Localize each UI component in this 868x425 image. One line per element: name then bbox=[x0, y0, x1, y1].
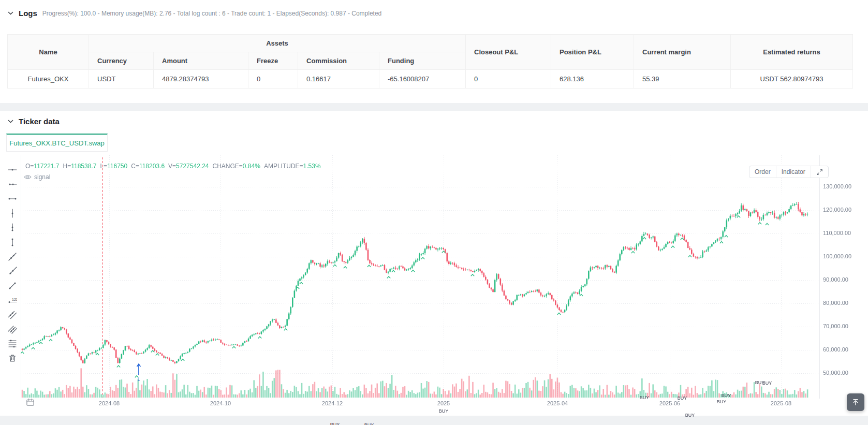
ticker-data-section: Ticker data Futures_OKX.BTC_USDT.swap 12… bbox=[0, 111, 868, 416]
fullscreen-expand-icon bbox=[816, 169, 823, 175]
ohlc-legend-item: C=118203.6 bbox=[131, 163, 165, 170]
signal-overlay-label: signal bbox=[34, 173, 50, 181]
price-axis-label: 100,000.00 bbox=[823, 253, 851, 259]
time-axis-label: 2025-04 bbox=[547, 400, 568, 406]
assets-table: Name Assets Closeout P&L Position P&L Cu… bbox=[7, 34, 853, 89]
ohlc-legend-item: O=117221.7 bbox=[25, 163, 60, 170]
order-button[interactable]: Order bbox=[749, 166, 776, 178]
price-axis-divider bbox=[819, 155, 820, 399]
price-axis-label: 130,000.00 bbox=[823, 183, 851, 189]
price-axis-label: 80,000.00 bbox=[823, 300, 848, 306]
time-axis-label: 2024-08 bbox=[99, 400, 120, 406]
buy-marker-label: BUY bbox=[330, 422, 340, 425]
ohlc-legend-item: H=118538.7 bbox=[63, 163, 97, 170]
ohlc-legend-item: AMPLITUDE=1.53% bbox=[264, 163, 321, 170]
time-axis-label: 2024-10 bbox=[210, 400, 231, 406]
ohlc-legend: O=117221.7H=118538.7L=116750C=118203.6V=… bbox=[25, 163, 321, 170]
candlestick-chart-canvas[interactable] bbox=[21, 155, 819, 399]
price-axis-label: 60,000.00 bbox=[823, 346, 848, 353]
col-group-assets: Assets bbox=[89, 35, 466, 52]
col-header-closeout: Closeout P&L bbox=[466, 35, 551, 70]
cell-position: 628.136 bbox=[551, 70, 634, 89]
table-row: Futures_OKX USDT 4879.28374793 0 0.16617… bbox=[8, 70, 853, 89]
col-header-currency: Currency bbox=[89, 52, 154, 70]
cell-name: Futures_OKX bbox=[8, 70, 89, 89]
price-line-icon[interactable]: 123 bbox=[6, 295, 19, 305]
logs-section: Logs Progress(%): 100.0 - Memory usage(M… bbox=[0, 0, 868, 103]
cell-funding: -65.16008207 bbox=[379, 70, 466, 89]
ray-line-icon[interactable] bbox=[6, 266, 19, 276]
ticker-tab-futures-okx-btc-usdt[interactable]: Futures_OKX.BTC_USDT.swap bbox=[6, 134, 108, 152]
col-header-returns: Estimated returns bbox=[731, 35, 853, 70]
page: Logs Progress(%): 100.0 - Memory usage(M… bbox=[0, 0, 868, 425]
time-axis-label: 2025-08 bbox=[771, 400, 791, 406]
cell-closeout: 0 bbox=[466, 70, 551, 89]
eye-icon bbox=[24, 174, 32, 180]
vertical-ray-line-icon[interactable] bbox=[6, 223, 19, 232]
col-header-position: Position P&L bbox=[551, 35, 634, 70]
horizontal-segment-icon[interactable] bbox=[6, 194, 19, 203]
price-axis-label: 110,000.00 bbox=[823, 230, 851, 236]
remove-overlay-icon[interactable] bbox=[6, 353, 19, 363]
fullscreen-button[interactable] bbox=[811, 166, 828, 178]
buy-marker-label: BUY bbox=[364, 422, 374, 425]
vertical-straight-line-icon[interactable] bbox=[6, 208, 19, 218]
price-axis-label: 90,000.00 bbox=[823, 276, 848, 283]
svg-text:123: 123 bbox=[12, 297, 17, 301]
collapse-ticker-icon[interactable] bbox=[6, 118, 14, 126]
col-header-commission: Commission bbox=[298, 52, 379, 70]
parallel-straight-line-icon[interactable] bbox=[6, 310, 19, 319]
horizontal-ray-line-icon[interactable] bbox=[6, 179, 19, 189]
col-header-name: Name bbox=[8, 35, 89, 70]
cell-margin: 55.39 bbox=[634, 70, 731, 89]
buy-marker-label: BUY bbox=[685, 413, 695, 418]
back-to-top-icon bbox=[851, 398, 860, 406]
buy-marker-label: BUY bbox=[717, 399, 727, 404]
cell-returns: USDT 562.80974793 bbox=[731, 70, 853, 89]
col-header-funding: Funding bbox=[379, 52, 466, 70]
col-header-freeze: Freeze bbox=[248, 52, 298, 70]
back-to-top-button[interactable] bbox=[847, 393, 864, 411]
time-axis-label: 2024-12 bbox=[322, 400, 343, 406]
ticker-data-title: Ticker data bbox=[19, 117, 60, 126]
signal-overlay-toggle[interactable]: signal bbox=[24, 173, 50, 181]
segment-icon[interactable] bbox=[6, 281, 19, 290]
ticker-tab-label: Futures_OKX.BTC_USDT.swap bbox=[9, 139, 105, 147]
price-axis-label: 50,000.00 bbox=[823, 370, 848, 376]
straight-line-icon[interactable] bbox=[6, 252, 19, 261]
vertical-segment-icon[interactable] bbox=[6, 237, 19, 247]
indicator-button[interactable]: Indicator bbox=[776, 166, 811, 178]
buy-marker-label: BUY bbox=[439, 408, 449, 414]
cell-commission: 0.16617 bbox=[298, 70, 379, 89]
kline-chart: 123 O=117221.7H=118538.7L=116750C=118203… bbox=[0, 155, 868, 416]
cell-amount: 4879.28374793 bbox=[154, 70, 248, 89]
horizontal-straight-line-icon[interactable] bbox=[6, 165, 19, 174]
fibonacci-line-icon[interactable] bbox=[6, 339, 19, 348]
ohlc-legend-item: CHANGE=0.84% bbox=[213, 163, 260, 170]
calendar-icon[interactable] bbox=[25, 398, 35, 407]
cell-freeze: 0 bbox=[248, 70, 298, 89]
ohlc-legend-item: V=5727542.24 bbox=[168, 163, 209, 170]
price-axis-label: 120,000.00 bbox=[823, 207, 851, 213]
price-axis-label: 70,000.00 bbox=[823, 323, 848, 329]
logs-title: Logs bbox=[19, 9, 37, 18]
price-channel-line-icon[interactable] bbox=[6, 324, 19, 334]
collapse-logs-icon[interactable] bbox=[6, 9, 14, 18]
time-axis-label: 2025 bbox=[437, 400, 450, 406]
logs-progress-meta: Progress(%): 100.0 - Memory usage(MB): 2… bbox=[42, 10, 381, 17]
col-header-margin: Current margin bbox=[634, 35, 731, 70]
cell-currency: USDT bbox=[89, 70, 154, 89]
drawing-toolbar: 123 bbox=[4, 165, 21, 363]
chart-top-controls: Order Indicator bbox=[749, 166, 829, 178]
ohlc-legend-item: L=116750 bbox=[100, 163, 127, 170]
col-header-amount: Amount bbox=[154, 52, 248, 70]
time-axis-label: 2025-06 bbox=[659, 400, 680, 406]
